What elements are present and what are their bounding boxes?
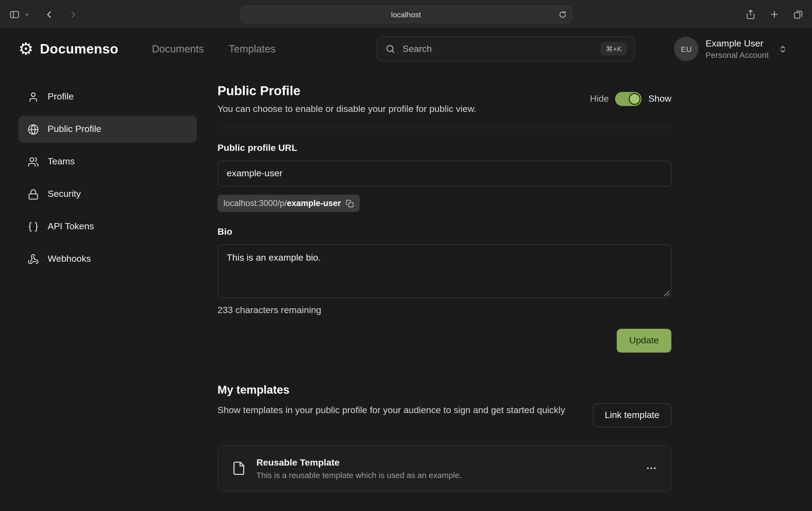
avatar: EU [674,37,699,61]
toolbar-left [9,9,78,20]
brand-name: Documenso [40,41,118,57]
toolbar-right [746,9,803,20]
address-bar[interactable]: localhost [240,5,572,23]
tab-overview-icon[interactable] [793,9,803,20]
visibility-toggle[interactable] [615,92,642,106]
templates-description: Show templates in your public profile fo… [218,403,565,418]
sidebar-menu-chevron-icon[interactable] [24,11,30,17]
bio-textarea[interactable]: This is an example bio. [218,244,671,298]
user-name: Example User [706,37,769,50]
webhook-icon [28,253,39,265]
search-shortcut-badge: ⌘+K [601,43,627,55]
user-icon [28,91,39,102]
users-icon [28,156,39,168]
templates-header-row: Show templates in your public profile fo… [218,403,671,427]
history-nav [45,9,78,19]
show-label: Show [648,94,671,104]
chevrons-up-down-icon [779,44,787,53]
nav-documents[interactable]: Documents [152,43,204,55]
braces-icon [28,221,39,232]
reload-icon[interactable] [558,10,567,19]
sidebar-item-teams[interactable]: Teams [19,148,197,175]
link-template-button[interactable]: Link template [593,403,671,427]
new-tab-icon[interactable] [769,9,780,20]
user-menu[interactable]: EU Example User Personal Account [674,37,787,61]
my-templates-title: My templates [218,383,671,396]
template-card: Reusable Template This is a reusable tem… [218,445,671,491]
screen: localhost ⚙ Documenso Documents Template… [0,0,812,511]
forward-icon[interactable] [68,9,78,19]
settings-content: Public Profile You can choose to enable … [218,83,671,508]
sidebar-item-api-tokens[interactable]: API Tokens [19,213,197,240]
resize-handle[interactable] [664,290,670,296]
update-row: Update [218,329,671,353]
sidebar-item-label: Public Profile [48,124,101,134]
user-account-type: Personal Account [706,50,769,60]
globe-icon [28,124,39,135]
characters-remaining: 233 characters remaining [218,305,671,316]
sidebar-item-public-profile[interactable]: Public Profile [19,116,197,143]
sidebar-item-webhooks[interactable]: Webhooks [19,245,197,273]
page-title: Public Profile [218,83,476,98]
app-header: ⚙ Documenso Documents Templates Search ⌘… [0,29,812,69]
page-subtitle: You can choose to enable or disable your… [218,104,476,115]
sidebar-item-label: Webhooks [48,253,91,264]
page-head: Public Profile You can choose to enable … [218,83,671,115]
share-icon[interactable] [746,9,756,20]
copy-icon[interactable] [346,199,354,207]
documenso-logo-icon: ⚙ [19,40,33,57]
hide-label: Hide [590,94,609,104]
settings-sidebar: Profile Public Profile Teams Security [19,83,197,508]
settings-layout: Profile Public Profile Teams Security [0,69,812,508]
bio-field-wrap: This is an example bio. [218,244,671,298]
template-description: This is a reusable template which is use… [256,470,462,479]
browser-toolbar: localhost [0,0,812,29]
search-input[interactable]: Search ⌘+K [377,36,635,62]
bio-label: Bio [218,227,671,237]
lock-icon [28,188,39,200]
profile-url-text: localhost:3000/p/example-user [224,199,341,208]
toggle-thumb [629,93,641,105]
my-templates-section: My templates Show templates in your publ… [218,383,671,491]
sidebar-item-label: Profile [48,91,74,102]
visibility-control: Hide Show [590,92,671,106]
more-options-icon[interactable] [645,462,657,474]
search-icon [385,44,396,54]
public-profile-url-input[interactable] [218,160,671,186]
main-nav: Documents Templates [152,43,276,55]
sidebar-item-label: API Tokens [48,221,94,232]
brand[interactable]: ⚙ Documenso [19,40,118,57]
update-button[interactable]: Update [617,329,671,353]
profile-url-chip[interactable]: localhost:3000/p/example-user [218,195,360,212]
sidebar-item-label: Security [48,189,81,200]
sidebar-item-profile[interactable]: Profile [19,83,197,110]
search-placeholder: Search [403,43,432,54]
file-icon [232,460,246,476]
template-name: Reusable Template [256,457,462,468]
sidebar-item-security[interactable]: Security [19,181,197,208]
nav-templates[interactable]: Templates [229,43,276,55]
sidebar-toggle-icon[interactable] [9,9,21,20]
address-bar-url: localhost [391,10,421,19]
sidebar-item-label: Teams [48,156,75,167]
public-profile-url-label: Public profile URL [218,143,671,154]
divider [218,128,671,128]
back-icon[interactable] [45,9,54,19]
